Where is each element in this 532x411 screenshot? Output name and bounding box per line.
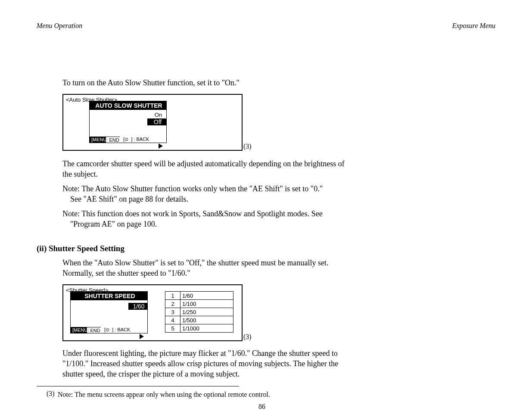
hint-back-2: [⊙ ] : BACK	[104, 327, 130, 333]
table-cell: 1/100	[180, 300, 233, 308]
shutter-speed-table: 1 1/60 2 1/100 3 1/250 4 1/500 5 1/1000	[165, 291, 233, 333]
hint-menu-2: [MENU]	[71, 327, 87, 333]
lower-intro-1: Normally, set the shutter speed to "1/60…	[62, 269, 190, 278]
footnote-marker: (3)	[47, 389, 55, 398]
table-row: 1 1/60	[165, 292, 233, 299]
menu-1-60: 1/60	[128, 303, 147, 310]
play-icon-2	[140, 334, 144, 339]
upper-after-3: See "AE Shift" on page 88 for details.	[62, 195, 188, 204]
table-cell: 4	[165, 316, 180, 324]
figure-shutter-speed: <Shutter Speed> SHUTTER SPEED 1/60 [MENU…	[62, 284, 243, 341]
page-number: 86	[258, 402, 265, 411]
upper-after-4: Note: This function does not work in Spo…	[62, 209, 323, 219]
table-cell: 1/60	[180, 292, 233, 299]
upper-after-0: The camcorder shutter speed will be adju…	[62, 159, 345, 169]
screen-auto-slow-shutter: AUTO SLOW SHUTTER On Off [MENU] : END [⊙…	[89, 101, 167, 143]
play-icon	[159, 143, 163, 149]
lower-after-1: "1/100." Increased shutter speeds allow …	[62, 359, 338, 369]
table-cell: 1/1000	[180, 324, 233, 332]
figure-label-lower: (3)	[243, 333, 252, 341]
table-cell: 2	[165, 300, 180, 308]
screen-shutter-speed: SHUTTER SPEED 1/60 [MENU] : END [⊙ ] : B…	[70, 291, 148, 333]
table-cell: 3	[165, 308, 180, 316]
heading-shutter-speed: (ii) Shutter Speed Setting	[37, 244, 124, 254]
table-row: 2 1/100	[165, 299, 233, 308]
screen-title-2: SHUTTER SPEED	[71, 292, 147, 300]
table-cell: 5	[165, 324, 180, 332]
upper-paragraph: To turn on the Auto Slow Shutter functio…	[62, 78, 240, 88]
screen-title: AUTO SLOW SHUTTER	[90, 101, 166, 110]
breadcrumb-right: Exposure Menu	[452, 22, 495, 30]
footnote-text: Note: The menu screens appear only when …	[58, 390, 270, 399]
upper-after-2: Note: The Auto Slow Shutter function wor…	[62, 184, 323, 194]
table-cell: 1/500	[180, 316, 233, 324]
breadcrumb-left: Menu Operation	[37, 22, 82, 30]
hint-menu: [MENU]	[90, 137, 106, 143]
menu-off: Off	[147, 118, 166, 125]
table-row: 3 1/250	[165, 308, 233, 316]
hint-end-2: : END	[87, 327, 101, 333]
hint-back: [⊙ ] : BACK	[123, 137, 149, 142]
figure-auto-slow-shutter: <Auto Slow Shutter> AUTO SLOW SHUTTER On…	[62, 94, 243, 151]
hint-end: : END	[106, 137, 120, 143]
lower-after-2: shutter speed, the crisper the picture o…	[62, 370, 240, 379]
table-row: 5 1/1000	[165, 324, 233, 332]
lower-intro-0: When the "Auto Slow Shutter" is set to "…	[62, 258, 328, 268]
table-cell: 1	[165, 292, 180, 299]
figure-label-upper: (3)	[243, 142, 252, 150]
table-cell: 1/250	[180, 308, 233, 316]
table-row: 4 1/500	[165, 316, 233, 324]
upper-after-5: "Program AE" on page 100.	[62, 220, 157, 229]
menu-on: On	[155, 112, 162, 118]
upper-after-1: the subject.	[62, 170, 98, 179]
lower-after-0: Under fluorescent lighting, the picture …	[62, 349, 338, 358]
footnote-rule	[37, 386, 239, 386]
